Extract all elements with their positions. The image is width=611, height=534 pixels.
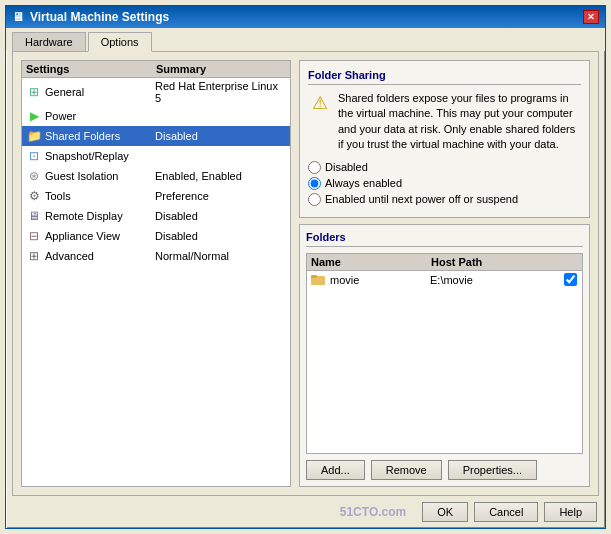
warning-icon: ⚠ bbox=[308, 91, 332, 115]
row-summary-tools: Preference bbox=[155, 190, 286, 202]
folder-row-movie[interactable]: movie E:\movie bbox=[307, 271, 582, 289]
title-bar: 🖥 Virtual Machine Settings ✕ bbox=[6, 6, 605, 28]
settings-row-guest[interactable]: ⊛ Guest Isolation Enabled, Enabled bbox=[22, 166, 290, 186]
window-icon: 🖥 bbox=[12, 10, 24, 24]
row-name-snapshot: Snapshot/Replay bbox=[45, 150, 155, 162]
settings-header: Settings Summary bbox=[22, 61, 290, 78]
window-title: Virtual Machine Settings bbox=[30, 10, 169, 24]
row-summary-general: Red Hat Enterprise Linux 5 bbox=[155, 80, 286, 104]
row-summary-shared-folders: Disabled bbox=[155, 130, 286, 142]
remove-button[interactable]: Remove bbox=[371, 460, 442, 480]
row-name-guest: Guest Isolation bbox=[45, 170, 155, 182]
tab-options[interactable]: Options bbox=[88, 32, 152, 52]
radio-disabled-input[interactable] bbox=[308, 161, 321, 174]
folder-sharing-title: Folder Sharing bbox=[308, 69, 581, 85]
settings-table: Settings Summary ⊞ General Red Hat Enter… bbox=[21, 60, 291, 487]
appliance-icon: ⊟ bbox=[26, 228, 42, 244]
folder-row-icon bbox=[311, 273, 327, 287]
tools-icon: ⚙ bbox=[26, 188, 42, 204]
header-summary: Summary bbox=[156, 63, 286, 75]
close-button[interactable]: ✕ bbox=[583, 10, 599, 24]
radio-poweroff-label: Enabled until next power off or suspend bbox=[325, 193, 518, 205]
folder-sharing-section: Folder Sharing ⚠ Shared folders expose y… bbox=[299, 60, 590, 218]
shared-folders-icon: 📁 bbox=[26, 128, 42, 144]
title-buttons: ✕ bbox=[583, 10, 599, 24]
tab-bar: Hardware Options bbox=[6, 28, 605, 51]
row-name-remote: Remote Display bbox=[45, 210, 155, 222]
folders-header: Name Host Path bbox=[307, 254, 582, 271]
remote-icon: 🖥 bbox=[26, 208, 42, 224]
bottom-bar: 51CTO.com OK Cancel Help bbox=[6, 496, 605, 528]
radio-always[interactable]: Always enabled bbox=[308, 177, 581, 190]
settings-row-general[interactable]: ⊞ General Red Hat Enterprise Linux 5 bbox=[22, 78, 290, 106]
help-button[interactable]: Help bbox=[544, 502, 597, 522]
snapshot-icon: ⊡ bbox=[26, 148, 42, 164]
row-summary-appliance: Disabled bbox=[155, 230, 286, 242]
radio-poweroff-input[interactable] bbox=[308, 193, 321, 206]
radio-always-input[interactable] bbox=[308, 177, 321, 190]
settings-row-appliance[interactable]: ⊟ Appliance View Disabled bbox=[22, 226, 290, 246]
left-panel: Settings Summary ⊞ General Red Hat Enter… bbox=[21, 60, 291, 487]
folder-checkbox-input[interactable] bbox=[564, 273, 577, 286]
bottom-right-buttons: OK Cancel Help bbox=[422, 502, 597, 522]
warning-text: Shared folders expose your files to prog… bbox=[338, 91, 581, 153]
folder-row-checkbox[interactable] bbox=[562, 273, 578, 286]
row-name-power: Power bbox=[45, 110, 155, 122]
row-name-advanced: Advanced bbox=[45, 250, 155, 262]
add-button[interactable]: Add... bbox=[306, 460, 365, 480]
title-bar-left: 🖥 Virtual Machine Settings bbox=[12, 10, 169, 24]
folders-col-path: Host Path bbox=[431, 256, 578, 268]
folders-section-title: Folders bbox=[306, 231, 583, 247]
warning-row: ⚠ Shared folders expose your files to pr… bbox=[308, 91, 581, 153]
header-settings: Settings bbox=[26, 63, 156, 75]
main-window: 🖥 Virtual Machine Settings ✕ Hardware Op… bbox=[5, 5, 606, 529]
row-summary-remote: Disabled bbox=[155, 210, 286, 222]
cancel-button[interactable]: Cancel bbox=[474, 502, 538, 522]
folder-buttons: Add... Remove Properties... bbox=[306, 460, 583, 480]
main-content: Settings Summary ⊞ General Red Hat Enter… bbox=[21, 60, 590, 487]
settings-row-power[interactable]: ▶ Power bbox=[22, 106, 290, 126]
folders-section: Folders Name Host Path bbox=[299, 224, 590, 487]
row-name-appliance: Appliance View bbox=[45, 230, 155, 242]
settings-row-snapshot[interactable]: ⊡ Snapshot/Replay bbox=[22, 146, 290, 166]
radio-next-poweroff[interactable]: Enabled until next power off or suspend bbox=[308, 193, 581, 206]
power-icon: ▶ bbox=[26, 108, 42, 124]
watermark: 51CTO.com bbox=[14, 505, 416, 519]
tab-hardware[interactable]: Hardware bbox=[12, 32, 86, 51]
radio-disabled[interactable]: Disabled bbox=[308, 161, 581, 174]
properties-button[interactable]: Properties... bbox=[448, 460, 537, 480]
row-name-shared-folders: Shared Folders bbox=[45, 130, 155, 142]
folder-svg-icon bbox=[311, 273, 325, 285]
settings-row-remote[interactable]: 🖥 Remote Display Disabled bbox=[22, 206, 290, 226]
settings-row-advanced[interactable]: ⊞ Advanced Normal/Normal bbox=[22, 246, 290, 266]
guest-icon: ⊛ bbox=[26, 168, 42, 184]
right-panel: Folder Sharing ⚠ Shared folders expose y… bbox=[299, 60, 590, 487]
folder-row-path: E:\movie bbox=[430, 274, 562, 286]
row-summary-guest: Enabled, Enabled bbox=[155, 170, 286, 182]
folder-row-name: movie bbox=[330, 274, 430, 286]
settings-row-tools[interactable]: ⚙ Tools Preference bbox=[22, 186, 290, 206]
folder-rows-area: movie E:\movie bbox=[307, 271, 582, 453]
folders-col-name: Name bbox=[311, 256, 431, 268]
content-area: Settings Summary ⊞ General Red Hat Enter… bbox=[12, 51, 599, 496]
radio-disabled-label: Disabled bbox=[325, 161, 368, 173]
radio-always-label: Always enabled bbox=[325, 177, 402, 189]
row-summary-advanced: Normal/Normal bbox=[155, 250, 286, 262]
advanced-icon: ⊞ bbox=[26, 248, 42, 264]
settings-row-shared-folders[interactable]: 📁 Shared Folders Disabled bbox=[22, 126, 290, 146]
ok-button[interactable]: OK bbox=[422, 502, 468, 522]
row-name-tools: Tools bbox=[45, 190, 155, 202]
general-icon: ⊞ bbox=[26, 84, 42, 100]
row-name-general: General bbox=[45, 86, 155, 98]
svg-rect-1 bbox=[311, 275, 317, 278]
folders-table: Name Host Path bbox=[306, 253, 583, 454]
